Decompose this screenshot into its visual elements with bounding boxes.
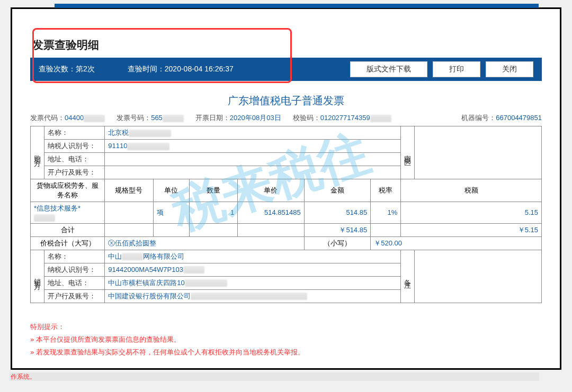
check-code-label: 校验码：: [293, 114, 320, 122]
modal-title: 发票查验明细: [32, 38, 542, 52]
seller-head: 销售方: [31, 250, 44, 303]
subtotal-label: 合计: [31, 223, 105, 236]
seller-addr-label: 地址、电话：: [44, 276, 105, 289]
item-tax: 5.15: [401, 202, 542, 224]
check-count: 查验次数：第2次: [39, 65, 95, 74]
seller-taxid-label: 纳税人识别号：: [44, 263, 105, 276]
invoice-type-title: 广东增值税电子普通发票: [30, 94, 542, 108]
header-decoration: [55, 4, 539, 8]
remark-head: 备注: [401, 250, 415, 303]
seller-name-label: 名称：: [44, 250, 105, 263]
invoice-code-value: 04400: [65, 114, 84, 122]
buyer-name-value: 北京税: [108, 129, 129, 136]
check-count-label: 查验次数：: [39, 65, 76, 73]
total-daxie-value: ⓧ伍佰贰拾圆整: [105, 236, 304, 250]
col-qty: 数量: [189, 179, 237, 202]
cropped-text-fragment: 作系统。: [11, 372, 58, 381]
machine-label: 机器编号：: [461, 114, 496, 122]
check-time-value: 2020-08-04 16:26:37: [165, 65, 234, 73]
print-button[interactable]: 打印: [433, 61, 480, 77]
buyer-name-label: 名称：: [44, 126, 105, 140]
tips-title: 特别提示：: [30, 322, 542, 332]
col-unit: 单位: [153, 179, 189, 202]
item-unit: 项: [153, 202, 189, 224]
tips-line-2: » 若发现发票查验结果与实际交易不符，任何单位或个人有权拒收并向当地税务机关举报…: [30, 348, 542, 357]
buyer-taxid-value: 91110: [108, 142, 127, 150]
invoice-meta-row: 发票代码：04400 发票号码：565 开票日期：2020年08月03日 校验码…: [30, 113, 542, 123]
total-xiaoxie-value: ￥520.00: [371, 236, 542, 250]
machine-value: 667004479851: [496, 114, 542, 122]
invoice-code-label: 发票代码：: [30, 114, 65, 122]
check-count-value: 第2次: [76, 65, 95, 73]
total-daxie-label: 价税合计（大写）: [31, 236, 105, 250]
item-price: 514.851485: [238, 202, 304, 224]
buyer-taxid-label: 纳税人识别号：: [44, 140, 105, 153]
subtotal-tax: ￥5.15: [401, 223, 542, 236]
check-time: 查验时间：2020-08-04 16:26:37: [128, 65, 234, 74]
total-xiaoxie-label: （小写）: [304, 236, 370, 250]
col-spec: 规格型号: [105, 179, 153, 202]
item-name: *信息技术服务*: [34, 204, 81, 212]
close-button[interactable]: 关闭: [486, 61, 533, 77]
invoice-num-label: 发票号码：: [117, 114, 151, 122]
subtotal-amount: ￥514.85: [304, 223, 370, 236]
check-code-value: 0120277174359: [320, 114, 370, 122]
seller-name-value: 中山: [108, 252, 122, 260]
password-zone-head: 密码区: [401, 126, 415, 179]
download-button[interactable]: 版式文件下载: [350, 61, 427, 77]
invoice-table: 购买方 名称： 北京税 密码区 纳税人识别号： 91110 地址、电话： 开户行…: [30, 126, 542, 303]
item-amount: 514.85: [304, 202, 370, 224]
invoice-num-value: 565: [151, 114, 163, 122]
seller-taxid-value: 91442000MA54W7P103: [108, 266, 183, 274]
modal-window: 发票查验明细 查验次数：第2次 查验时间：2020-08-04 16:26:37…: [11, 7, 561, 370]
tips-line-1: » 本平台仅提供所查询发票票面信息的查验结果。: [30, 335, 542, 344]
col-name: 货物或应税劳务、服务名称: [31, 179, 105, 202]
col-tax: 税额: [401, 179, 542, 202]
buyer-bank-label: 开户行及账号：: [44, 166, 105, 179]
invoice-date-value: 2020年08月03日: [230, 114, 281, 122]
invoice-date-label: 开票日期：: [195, 114, 230, 122]
col-price: 单价: [238, 179, 304, 202]
col-taxrate: 税率: [371, 179, 401, 202]
info-bar: 查验次数：第2次 查验时间：2020-08-04 16:26:37 版式文件下载…: [30, 58, 542, 81]
check-time-label: 查验时间：: [128, 65, 165, 73]
tips-section: 特别提示： » 本平台仅提供所查询发票票面信息的查验结果。 » 若发现发票查验结…: [30, 322, 542, 357]
seller-bank-value: 中国建设银行股份有限公司: [108, 292, 191, 300]
seller-bank-label: 开户行及账号：: [44, 289, 105, 303]
buyer-addr-label: 地址、电话：: [44, 153, 105, 166]
item-qty: 1: [189, 202, 237, 224]
item-taxrate: 1%: [371, 202, 401, 224]
seller-addr-value: 中山市横栏镇富庆四路10: [108, 279, 184, 287]
buyer-head: 购买方: [31, 126, 44, 179]
col-amount: 金额: [304, 179, 370, 202]
seller-name-suffix: 网络有限公司: [143, 252, 184, 260]
